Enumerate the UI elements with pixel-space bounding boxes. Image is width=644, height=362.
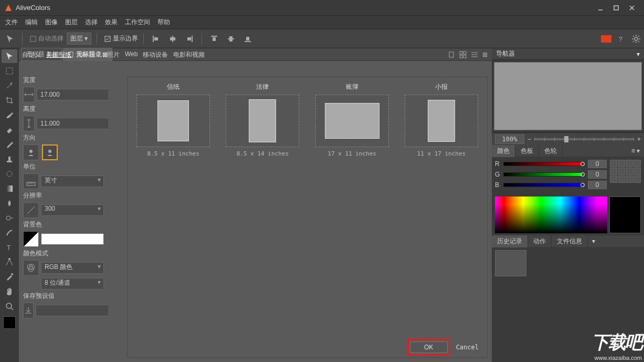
layer-target-select[interactable]: 图层 ▾ — [67, 33, 91, 45]
svg-rect-13 — [213, 37, 216, 41]
pen-tool[interactable] — [2, 138, 17, 151]
panel-menu-icon[interactable]: ▾ — [588, 237, 599, 245]
maximize-button[interactable] — [608, 3, 624, 13]
category-custom[interactable]: 自定义 — [22, 50, 41, 59]
zoom-tool[interactable] — [2, 299, 17, 313]
app-title: AliveColors — [16, 4, 50, 12]
zoom-value[interactable]: 100% — [495, 135, 524, 144]
stamp-tool[interactable] — [2, 152, 17, 166]
actions-tab[interactable]: 动作 — [528, 235, 552, 247]
grid-view-icon[interactable] — [459, 51, 467, 58]
preset-item[interactable]: 小报 11 x 17 inches — [401, 82, 482, 157]
menu-select[interactable]: 选择 — [85, 18, 98, 27]
b-slider[interactable] — [503, 183, 583, 187]
tab-close-all-icon[interactable]: ⊠ — [482, 51, 488, 58]
category-web[interactable]: Web — [125, 50, 138, 59]
svg-text:T: T — [7, 244, 11, 252]
align-top-icon[interactable] — [207, 32, 221, 46]
color-swatch-grid[interactable] — [610, 160, 641, 191]
history-thumbnail[interactable] — [495, 250, 526, 276]
align-center-v-icon[interactable] — [224, 32, 238, 46]
patch-tool[interactable] — [2, 167, 17, 181]
menu-workspace[interactable]: 工作空间 — [125, 18, 150, 27]
save-preset-icon[interactable] — [23, 303, 34, 318]
smudge-tool[interactable] — [2, 226, 17, 240]
r-slider[interactable] — [503, 162, 583, 166]
preset-name-input[interactable] — [36, 305, 108, 316]
history-tab[interactable]: 历史记录 — [492, 235, 528, 247]
colormode-select[interactable]: RGB 颜色 — [41, 262, 104, 274]
background-color-swatch[interactable] — [41, 233, 104, 245]
svg-rect-29 — [7, 161, 12, 162]
dodge-tool[interactable] — [2, 211, 17, 225]
menu-effect[interactable]: 效果 — [105, 18, 118, 27]
resolution-select[interactable]: 300 — [41, 204, 104, 216]
align-center-h-icon[interactable] — [166, 32, 180, 46]
align-left-icon[interactable] — [149, 32, 163, 46]
hand-tool[interactable] — [2, 285, 17, 298]
menu-file[interactable]: 文件 — [5, 18, 18, 27]
spectrum-picker[interactable] — [495, 196, 641, 233]
menu-layer[interactable]: 图层 — [65, 18, 78, 27]
r-value[interactable] — [588, 160, 607, 168]
colorwheel-tab[interactable]: 色轮 — [539, 145, 563, 157]
preset-gallery-scroll[interactable]: 信纸 8.5 x 11 inches法律 8.5 x 14 inches账簿 1… — [128, 77, 487, 357]
portrait-button[interactable] — [23, 144, 39, 160]
marquee-tool[interactable] — [2, 64, 17, 78]
notification-icon[interactable] — [601, 35, 611, 43]
preset-item[interactable]: 法律 8.5 x 14 inches — [222, 82, 303, 157]
crop-tool[interactable] — [2, 94, 17, 107]
category-mobile[interactable]: 移动设备 — [143, 50, 168, 59]
brush-tool[interactable] — [2, 108, 17, 122]
bitdepth-select[interactable]: 8 位/通道 — [41, 278, 104, 289]
zoom-in-icon[interactable]: + — [637, 136, 641, 143]
cancel-button[interactable]: Cancel — [456, 344, 479, 351]
move-tool-icon[interactable] — [3, 32, 17, 46]
gear-icon[interactable] — [631, 34, 641, 44]
minimize-button[interactable] — [593, 3, 608, 13]
menu-image[interactable]: 图像 — [45, 18, 58, 27]
panel-menu-icon[interactable]: ≡ ▾ — [627, 147, 644, 154]
help-icon[interactable]: ? — [617, 34, 626, 44]
list-view-icon[interactable] — [471, 51, 478, 58]
menu-edit[interactable]: 编辑 — [25, 18, 38, 27]
align-bottom-icon[interactable] — [241, 32, 255, 46]
new-doc-icon[interactable] — [448, 51, 455, 58]
preset-item[interactable]: 信纸 8.5 x 11 inches — [133, 82, 214, 157]
gradient-tool[interactable] — [2, 182, 17, 195]
category-film[interactable]: 电影和视频 — [173, 50, 205, 59]
show-bounds-checkbox[interactable]: 显示边界 — [104, 34, 138, 43]
landscape-button[interactable] — [42, 144, 58, 160]
width-input[interactable] — [37, 89, 108, 100]
move-tool[interactable] — [2, 49, 17, 63]
units-select[interactable]: 英寸 — [41, 175, 104, 187]
navigator-preview[interactable] — [494, 62, 642, 130]
path-tool[interactable] — [2, 255, 17, 269]
preset-item[interactable]: 账簿 17 x 11 inches — [312, 82, 393, 157]
b-value[interactable] — [588, 181, 607, 189]
magic-wand-tool[interactable] — [2, 79, 17, 92]
height-input[interactable] — [37, 118, 108, 129]
auto-select-checkbox[interactable]: 自动选择 — [30, 34, 64, 43]
foreground-color-swatch[interactable] — [3, 316, 16, 329]
ok-button[interactable]: OK — [410, 342, 448, 353]
align-right-icon[interactable] — [183, 32, 196, 46]
g-slider[interactable] — [503, 172, 583, 177]
fileinfo-tab[interactable]: 文件信息 — [552, 235, 588, 247]
color-tab[interactable]: 颜色 — [492, 145, 515, 157]
eraser-tool[interactable] — [2, 123, 17, 137]
menu-help[interactable]: 帮助 — [157, 18, 170, 27]
close-button[interactable] — [624, 3, 640, 13]
g-value[interactable] — [588, 170, 607, 179]
category-us-paper[interactable]: 美国报纸 — [46, 50, 71, 59]
zoom-slider[interactable] — [534, 138, 634, 140]
blur-tool[interactable] — [2, 196, 17, 210]
eyedropper-tool[interactable] — [2, 270, 17, 284]
text-tool[interactable]: T — [2, 241, 17, 254]
category-photo[interactable]: 照片 — [107, 50, 120, 59]
panel-menu-icon[interactable]: ▾ — [637, 50, 640, 58]
zoom-out-icon[interactable]: − — [527, 136, 531, 143]
swatches-tab[interactable]: 色板 — [515, 145, 539, 157]
svg-point-33 — [6, 216, 10, 220]
category-intl-paper[interactable]: 国际报纸 — [77, 50, 102, 59]
